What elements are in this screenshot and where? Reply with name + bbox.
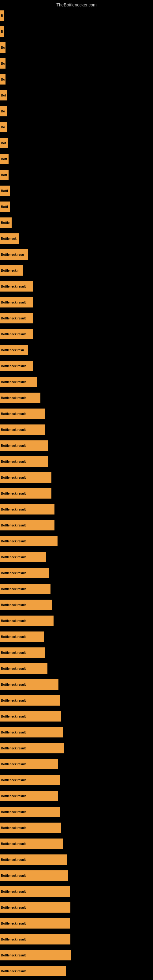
bar-15: Bottleneck resu (0, 249, 28, 260)
bar-row: Bottleneck result (0, 550, 46, 563)
bar-label: Bottleneck result (1, 555, 26, 559)
bar-label: Bottleneck result (1, 794, 26, 798)
bar-row: Bottleneck result (0, 821, 61, 834)
bar-label: Bottleneck result (1, 667, 26, 670)
bar-row: Bottleneck result (0, 662, 48, 675)
bar-row: Bott (0, 153, 9, 165)
bar-21: Bottleneck resu (0, 345, 28, 355)
bar-row: Bottleneck result (0, 837, 63, 850)
bar-row: B (0, 9, 4, 22)
bar-19: Bottleneck result (0, 313, 33, 323)
bar-row: Bottleneck result (0, 630, 44, 643)
bar-row: Bottleneck result (0, 853, 67, 866)
bar-label: Bo (1, 126, 5, 129)
bar-row: Bottleneck result (0, 375, 37, 388)
bar-55: Bottleneck result (0, 886, 70, 897)
bar-label: Bottleneck result (1, 715, 26, 718)
bar-label: Bottleneck result (1, 508, 26, 511)
bar-label: Bottleneck result (1, 954, 26, 957)
bar-2: Bo (0, 42, 5, 52)
bar-53: Bottleneck result (0, 854, 67, 865)
bar-28: Bottleneck result (0, 456, 48, 467)
bar-row: Bottleneck result (0, 646, 45, 659)
bar-5: Bot (0, 90, 7, 100)
bar-label: Bottleneck result (1, 332, 26, 336)
bar-54: Bottleneck result (0, 870, 68, 881)
bar-row: Bo (0, 41, 5, 54)
bar-30: Bottleneck result (0, 488, 51, 499)
bar-49: Bottleneck result (0, 791, 58, 801)
bar-row: Bottleneck result (0, 535, 57, 547)
bar-40: Bottleneck result (0, 648, 45, 658)
bar-row: Bottle (0, 216, 12, 229)
bar-9: Bott (0, 154, 9, 164)
bar-label: Bottleneck result (1, 460, 26, 463)
bar-label: Bo (1, 110, 5, 113)
bar-label: Bottleneck result (1, 412, 26, 415)
bar-row: Bottleneck result (0, 566, 49, 579)
bar-label: Bottleneck result (1, 364, 26, 368)
bar-row: Bottleneck result (0, 312, 33, 325)
bar-4: Bo (0, 74, 5, 84)
bar-row: Bottleneck result (0, 694, 60, 707)
bar-row: Bo (0, 73, 5, 86)
bar-label: B (1, 30, 3, 33)
bar-label: Bottleneck result (1, 683, 26, 686)
bar-label: Bottleneck result (1, 651, 26, 654)
bar-row: Bottleneck result (0, 439, 48, 452)
bar-label: Bottleneck result (1, 762, 26, 766)
bar-38: Bottleneck result (0, 616, 54, 626)
bar-18: Bottleneck result (0, 297, 33, 307)
bar-label: Bottleneck result (1, 603, 26, 607)
bar-33: Bottleneck result (0, 536, 57, 546)
bar-row: Bottleneck r (0, 264, 23, 277)
bar-row: Bottl (0, 185, 10, 197)
bar-row: Bottleneck result (0, 901, 70, 914)
bar-row: Bottleneck result (0, 789, 58, 802)
bar-label: Bottleneck result (1, 396, 26, 400)
bar-row: Bott (0, 169, 9, 181)
bar-row: Bottleneck result (0, 360, 33, 372)
bar-label: Bottleneck result (1, 301, 26, 304)
bar-row: Bottleneck result (0, 773, 60, 786)
bar-25: Bottleneck result (0, 409, 45, 419)
bar-0: B (0, 10, 4, 21)
bar-13: Bottle (0, 218, 12, 228)
bar-label: Bottleneck result (1, 539, 26, 543)
bar-row: Bot (0, 137, 8, 150)
bar-row: Bottleneck result (0, 949, 71, 962)
bar-41: Bottleneck result (0, 663, 48, 674)
bar-label: Bott (1, 173, 7, 177)
bar-label: Bottleneck result (1, 778, 26, 782)
bar-label: Bottleneck r (1, 269, 19, 272)
bar-44: Bottleneck result (0, 711, 61, 722)
bar-row: Bottleneck result (0, 582, 51, 595)
bar-1: B (0, 26, 4, 37)
bar-17: Bottleneck result (0, 281, 33, 291)
bar-42: Bottleneck result (0, 679, 59, 690)
bar-51: Bottleneck result (0, 822, 61, 833)
bar-row: Bo (0, 121, 7, 134)
bar-22: Bottleneck result (0, 361, 33, 371)
bar-52: Bottleneck result (0, 838, 63, 849)
bar-label: Bottleneck resu (1, 253, 24, 256)
bar-label: Bottleneck result (1, 587, 26, 591)
bar-row: Bottleneck result (0, 805, 60, 818)
bar-row: Bo (0, 105, 7, 118)
bar-10: Bott (0, 170, 9, 180)
bar-row: Bottleneck result (0, 933, 70, 946)
bar-row: Bottleneck result (0, 503, 54, 516)
bar-14: Bottleneck (0, 233, 19, 244)
bar-label: Bottleneck result (1, 571, 26, 575)
bar-46: Bottleneck result (0, 743, 64, 753)
bar-label: Bottleneck result (1, 747, 26, 750)
bar-label: Bottleneck result (1, 970, 26, 973)
bar-31: Bottleneck result (0, 504, 54, 514)
bar-label: Bottleneck result (1, 826, 26, 830)
bar-label: Bottleneck result (1, 890, 26, 893)
bar-20: Bottleneck result (0, 329, 33, 339)
bar-label: Bottleneck result (1, 317, 26, 320)
bar-43: Bottleneck result (0, 695, 60, 706)
bar-label: Bottleneck result (1, 428, 26, 431)
bar-row: Bottleneck result (0, 471, 51, 484)
